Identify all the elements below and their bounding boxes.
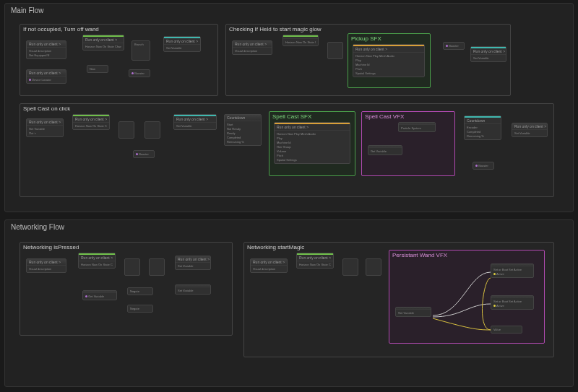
node-branch-3[interactable]: [118, 121, 134, 139]
node-play-audio-2[interactable]: Run only on client > Horizon Now Play Me…: [274, 122, 350, 164]
node-get-var-vfx[interactable]: Get Variable: [368, 145, 402, 155]
node-get-equipped[interactable]: Run only on client > Visual description …: [26, 40, 66, 59]
comment-spell-sfx[interactable]: Spell Cast SFX Run only on client > Hori…: [269, 111, 355, 176]
node-countdown-2[interactable]: Countdown Start Not Ready Ready Complete…: [224, 114, 262, 146]
comment-title: Pickup SFX: [348, 34, 430, 43]
comment-title: Persistant Wand VFX: [389, 251, 544, 260]
node-set-var-net2[interactable]: Set Variable: [175, 284, 211, 295]
node-on-state-change-1[interactable]: Run only on client > Horizon Now On Stat…: [82, 35, 124, 51]
comment-title: Spell Cast VFX: [362, 112, 454, 121]
node-get-var-vfx2[interactable]: Get Variable: [395, 307, 431, 317]
node-set-active-2[interactable]: Set or Boot Set Active Active: [491, 295, 534, 310]
node-net-event-2[interactable]: Run only on client > Visual description: [250, 258, 288, 273]
node-set-var-net1[interactable]: Run only on client > Set Variable: [175, 256, 211, 270]
node-on-state-change-4[interactable]: Run only on client > Horizon Now On Stat…: [78, 253, 116, 269]
node-particle-1[interactable]: Particle System: [398, 122, 436, 132]
node-on-state-change-5[interactable]: Run only on client > Horizon Now On Stat…: [296, 253, 334, 269]
node-device-locator[interactable]: Run only on client > Device Locator: [26, 69, 66, 84]
node-branch-1[interactable]: Branch: [131, 40, 150, 61]
node-booster-3[interactable]: Booster: [133, 150, 155, 158]
node-get-var-net1[interactable]: Get Variable: [82, 290, 117, 300]
node-set-var-end[interactable]: Run only on client > Set Variable: [512, 123, 548, 137]
node-set-variable-2[interactable]: Run only on client > Set Variable: [470, 46, 506, 62]
node-negate-2[interactable]: Negate: [127, 305, 153, 313]
node-booster-4[interactable]: Booster: [473, 162, 494, 170]
comment-title: Networking isPressed: [20, 243, 232, 252]
comment-spell-vfx[interactable]: Spell Cast VFX Particle System Get Varia…: [361, 111, 455, 176]
node-on-state-change-2[interactable]: Horizon Now On State Change and: [282, 35, 319, 46]
comment-title: If not occupied, Turn off wand: [20, 25, 217, 34]
comment-net-start[interactable]: Networking startMagic Run only on client…: [243, 242, 554, 357]
comment-spell-click[interactable]: Spell Cast on click Run only on client >…: [20, 103, 554, 197]
node-set-active-1[interactable]: Set or Boot Set Active Active: [491, 263, 534, 278]
node-branch-2[interactable]: [327, 42, 343, 59]
section-title-networking: Networking Flow: [5, 220, 573, 234]
node-branch-8[interactable]: [366, 258, 381, 276]
node-booster-2[interactable]: Booster: [443, 42, 465, 50]
node-branch-7[interactable]: [342, 258, 358, 276]
node-new[interactable]: New: [87, 65, 108, 73]
node-countdown-1[interactable]: Run only on client > Set Variable: [173, 114, 217, 130]
node-branch-4[interactable]: [144, 121, 160, 139]
node-play-audio-1[interactable]: Run only on client > Horizon Now Play Me…: [353, 44, 425, 77]
comment-net-pressed[interactable]: Networking isPressed Run only on client …: [20, 242, 233, 336]
comment-pickup-sfx[interactable]: Pickup SFX Run only on client > Horizon …: [348, 33, 431, 88]
node-value[interactable]: Value: [491, 326, 522, 334]
node-net-event-1[interactable]: Run only on client > Visual description: [26, 258, 66, 273]
node-on-state-change-3[interactable]: Run only on client > Horizon Now On Stat…: [72, 114, 110, 130]
comment-persist-vfx[interactable]: Persistant Wand VFX Get Variable Set or …: [389, 250, 545, 344]
node-negate-1[interactable]: Negate: [127, 287, 153, 295]
comment-wand-off[interactable]: If not occupied, Turn off wand Run only …: [20, 24, 218, 96]
node-event-held[interactable]: Run only on client > Visual description: [232, 40, 272, 55]
node-booster-1[interactable]: Booster: [129, 69, 150, 77]
node-branch-6[interactable]: [149, 258, 165, 276]
node-get-var-spell[interactable]: Run only on client > Get VariableOut >: [26, 118, 64, 137]
comment-title: Spell Cast SFX: [269, 112, 355, 121]
section-title-main: Main Flow: [5, 4, 573, 17]
section-main-flow: Main Flow If not occupied, Turn off wand…: [4, 3, 574, 212]
node-branch-5[interactable]: [124, 258, 140, 276]
node-countdown-3[interactable]: Countdown Encoder Completed Remaining %: [464, 116, 501, 140]
node-set-variable-1[interactable]: Run only on client > Set Variable: [163, 36, 201, 52]
section-networking-flow: Networking Flow Networking isPressed Run…: [4, 219, 574, 387]
comment-check-held[interactable]: Checking If Held to start magic glow Run…: [225, 24, 511, 96]
